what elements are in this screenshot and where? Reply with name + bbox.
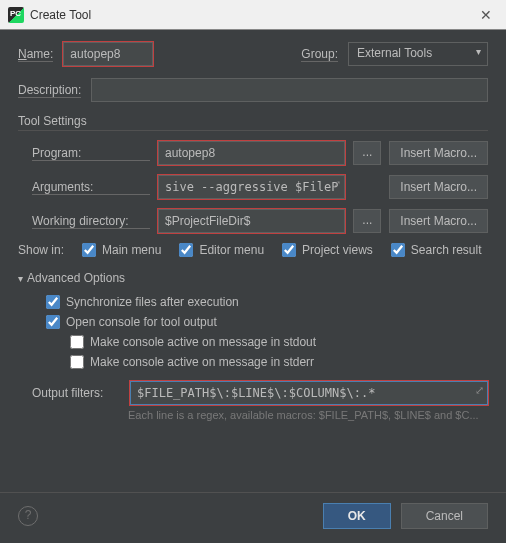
group-select[interactable]: External Tools — [348, 42, 488, 66]
footer: ? OK Cancel — [0, 492, 506, 543]
workdir-macro-button[interactable]: Insert Macro... — [389, 209, 488, 233]
program-input[interactable] — [158, 141, 345, 165]
close-icon[interactable]: ✕ — [474, 5, 498, 25]
help-icon[interactable]: ? — [18, 506, 38, 526]
outputfilters-input[interactable] — [130, 381, 488, 405]
searchresult-checkbox[interactable]: Search result — [391, 243, 482, 257]
chevron-down-icon: ▾ — [18, 273, 23, 284]
workdir-label: Working directory: — [32, 214, 150, 229]
sync-checkbox[interactable]: Synchronize files after execution — [46, 295, 239, 309]
editormenu-checkbox[interactable]: Editor menu — [179, 243, 264, 257]
expand-icon[interactable]: ⤢ — [475, 384, 484, 397]
outputfilters-label: Output filters: — [32, 386, 122, 400]
mainmenu-checkbox[interactable]: Main menu — [82, 243, 161, 257]
tool-settings-heading: Tool Settings — [18, 114, 488, 131]
description-label: Description: — [18, 83, 81, 98]
stdout-checkbox[interactable]: Make console active on message in stdout — [70, 335, 316, 349]
outputfilters-hint: Each line is a regex, available macros: … — [128, 409, 488, 421]
description-input[interactable] — [91, 78, 488, 102]
workdir-input[interactable] — [158, 209, 345, 233]
advanced-expander[interactable]: ▾ Advanced Options — [18, 271, 488, 285]
openconsole-checkbox[interactable]: Open console for tool output — [46, 315, 217, 329]
program-browse-button[interactable]: ... — [353, 141, 381, 165]
name-label: Name: — [18, 47, 53, 62]
name-input[interactable] — [63, 42, 153, 66]
arguments-macro-button[interactable]: Insert Macro... — [389, 175, 488, 199]
projectviews-checkbox[interactable]: Project views — [282, 243, 373, 257]
expand-icon[interactable]: ⤢ — [332, 178, 341, 191]
group-label: Group: — [301, 47, 338, 62]
ok-button[interactable]: OK — [323, 503, 391, 529]
app-icon: PC — [8, 7, 24, 23]
arguments-input[interactable] — [158, 175, 345, 199]
workdir-browse-button[interactable]: ... — [353, 209, 381, 233]
titlebar: PC Create Tool ✕ — [0, 0, 506, 30]
program-macro-button[interactable]: Insert Macro... — [389, 141, 488, 165]
window-title: Create Tool — [30, 8, 474, 22]
program-label: Program: — [32, 146, 150, 161]
stderr-checkbox[interactable]: Make console active on message in stderr — [70, 355, 314, 369]
cancel-button[interactable]: Cancel — [401, 503, 488, 529]
arguments-label: Arguments: — [32, 180, 150, 195]
showin-label: Show in: — [18, 243, 64, 257]
